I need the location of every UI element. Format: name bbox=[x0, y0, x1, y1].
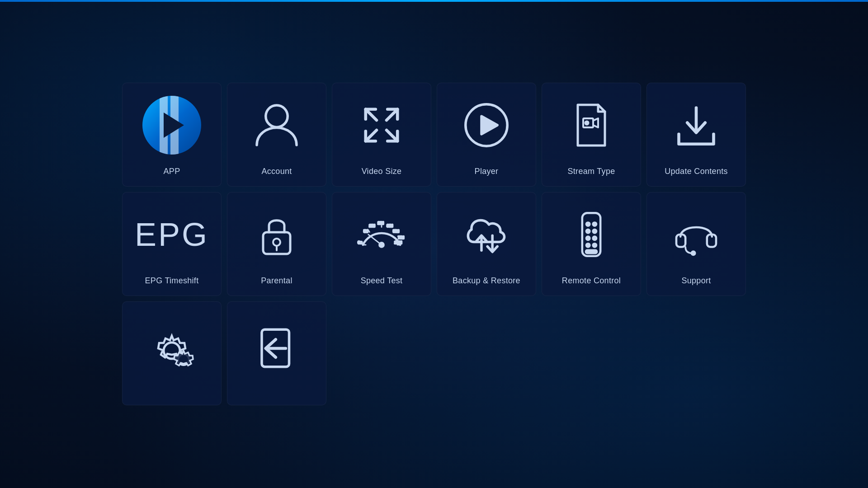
update-contents-icon bbox=[647, 83, 745, 167]
svg-marker-6 bbox=[481, 116, 497, 134]
support-label: Support bbox=[681, 276, 711, 286]
speed-test-tile[interactable]: 0m 5M 10M 20M 30M 50M 75M 100M Speed Tes… bbox=[332, 192, 431, 296]
svg-point-0 bbox=[266, 105, 288, 127]
backup-restore-label: Backup & Restore bbox=[453, 276, 520, 286]
backup-restore-tile[interactable]: Backup & Restore bbox=[437, 192, 536, 296]
svg-text:20M: 20M bbox=[378, 221, 383, 225]
player-tile[interactable]: Player bbox=[437, 83, 536, 187]
player-label: Player bbox=[475, 167, 499, 176]
svg-point-33 bbox=[586, 230, 590, 233]
stream-type-icon bbox=[542, 83, 641, 167]
svg-point-42 bbox=[692, 251, 695, 254]
remote-control-icon bbox=[542, 192, 641, 276]
svg-line-4 bbox=[387, 130, 397, 141]
epg-icon: EPG bbox=[123, 192, 221, 276]
parental-icon bbox=[227, 192, 326, 276]
stream-type-label: Stream Type bbox=[567, 167, 615, 176]
app-tile[interactable]: APP bbox=[122, 83, 222, 187]
account-tile[interactable]: Account bbox=[227, 83, 326, 187]
svg-point-35 bbox=[586, 236, 590, 239]
epg-timeshift-label: EPG Timeshift bbox=[145, 276, 199, 286]
svg-point-37 bbox=[586, 244, 590, 247]
svg-text:5M: 5M bbox=[364, 230, 368, 233]
video-size-icon bbox=[332, 83, 431, 167]
remote-control-label: Remote Control bbox=[562, 276, 621, 286]
speed-test-icon: 0m 5M 10M 20M 30M 50M 75M 100M bbox=[332, 192, 431, 276]
app-icon bbox=[123, 83, 221, 167]
support-icon bbox=[647, 192, 745, 276]
svg-point-11 bbox=[273, 239, 280, 246]
stream-type-tile[interactable]: Stream Type bbox=[542, 83, 641, 187]
svg-point-27 bbox=[379, 243, 383, 247]
svg-text:50M: 50M bbox=[393, 230, 399, 233]
settings-grid: APP Account bbox=[104, 65, 764, 423]
svg-text:10M: 10M bbox=[369, 224, 375, 227]
support-tile[interactable]: Support bbox=[646, 192, 746, 296]
svg-line-2 bbox=[387, 109, 397, 120]
video-size-tile[interactable]: Video Size bbox=[332, 83, 431, 187]
video-size-label: Video Size bbox=[362, 167, 402, 176]
logout-icon bbox=[227, 302, 326, 395]
svg-line-1 bbox=[366, 109, 377, 120]
svg-text:100M: 100M bbox=[395, 241, 402, 244]
svg-text:30M: 30M bbox=[387, 224, 392, 227]
svg-line-16 bbox=[368, 230, 370, 232]
speed-test-label: Speed Test bbox=[361, 276, 403, 286]
account-label: Account bbox=[261, 167, 292, 176]
svg-point-31 bbox=[586, 222, 590, 225]
svg-point-36 bbox=[593, 236, 596, 239]
empty-tile-4 bbox=[437, 301, 536, 405]
svg-point-8 bbox=[585, 122, 588, 124]
empty-tile-5 bbox=[542, 301, 641, 405]
app-label: APP bbox=[164, 167, 180, 176]
svg-point-38 bbox=[593, 244, 596, 247]
epg-timeshift-tile[interactable]: EPG EPG Timeshift bbox=[122, 192, 222, 296]
empty-tile-3 bbox=[332, 301, 431, 405]
backup-restore-icon bbox=[437, 192, 536, 276]
svg-text:0m: 0m bbox=[358, 241, 362, 244]
settings-tile[interactable] bbox=[122, 301, 222, 405]
update-contents-label: Update Contents bbox=[665, 167, 728, 176]
settings-icon bbox=[123, 302, 221, 395]
svg-point-32 bbox=[593, 222, 596, 225]
parental-tile[interactable]: Parental bbox=[227, 192, 326, 296]
update-contents-tile[interactable]: Update Contents bbox=[646, 83, 746, 187]
logout-tile[interactable] bbox=[227, 301, 326, 405]
svg-point-34 bbox=[593, 230, 596, 233]
remote-control-tile[interactable]: Remote Control bbox=[542, 192, 641, 296]
player-icon bbox=[437, 83, 536, 167]
account-icon bbox=[227, 83, 326, 167]
svg-text:75M: 75M bbox=[398, 236, 404, 239]
svg-rect-39 bbox=[586, 250, 597, 253]
empty-tile-6 bbox=[646, 301, 746, 405]
svg-line-3 bbox=[366, 130, 377, 141]
parental-label: Parental bbox=[261, 276, 292, 286]
